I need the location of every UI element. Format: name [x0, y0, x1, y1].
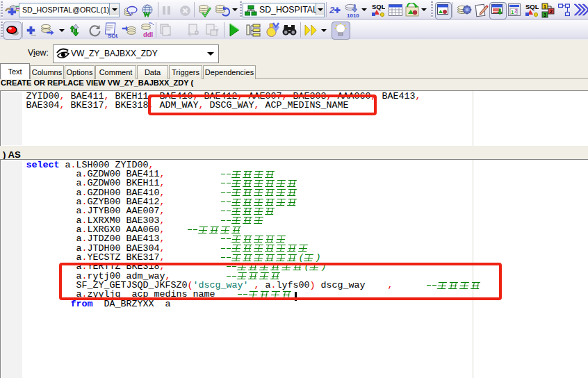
svg-text:SQL: SQL: [108, 33, 118, 38]
svg-text:2: 2: [514, 8, 518, 14]
svg-text:SQL: SQL: [372, 3, 385, 10]
svg-text:ddl: ddl: [143, 31, 153, 38]
svg-text:SQL: SQL: [525, 3, 539, 10]
svg-text:3: 3: [544, 13, 546, 17]
svg-text:2: 2: [329, 5, 335, 15]
svg-text:2: 2: [550, 9, 553, 14]
svg-text:1010: 1010: [347, 13, 359, 18]
svg-text:1: 1: [544, 4, 546, 9]
